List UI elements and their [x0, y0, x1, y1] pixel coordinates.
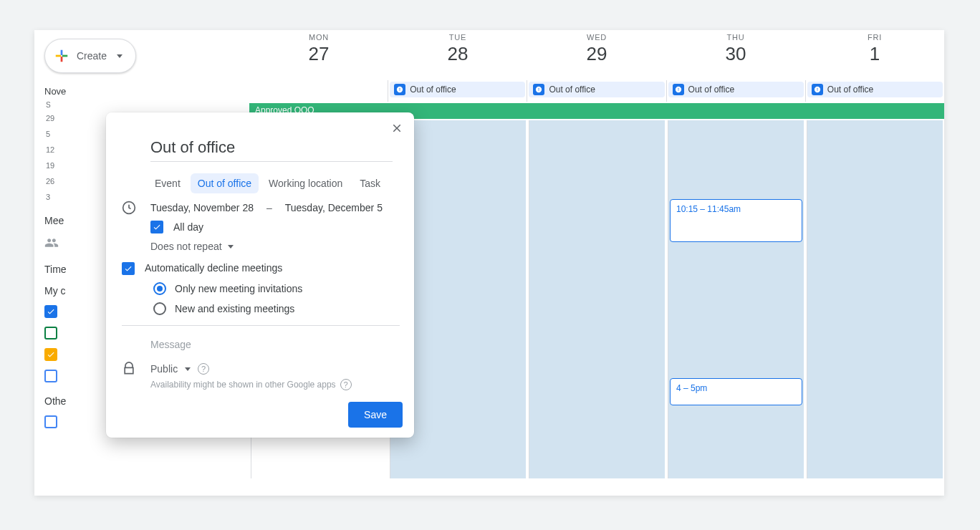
help-icon[interactable]: ? — [198, 363, 209, 375]
ooo-chip[interactable]: Out of office — [807, 82, 943, 97]
tab-task[interactable]: Task — [352, 173, 388, 193]
checkbox-icon — [44, 348, 57, 361]
ooo-badge-icon — [394, 84, 405, 95]
chevron-down-icon — [185, 367, 191, 371]
day-header-mon[interactable]: MON 27 — [249, 30, 388, 80]
ooo-badge-icon — [812, 84, 823, 95]
event-editor-modal: Out of office Event Out of office Workin… — [106, 112, 414, 438]
close-icon — [390, 122, 403, 135]
day-header-fri[interactable]: FRI 1 — [805, 30, 944, 80]
all-day-row[interactable]: All day — [150, 221, 400, 233]
message-input[interactable]: Message — [150, 336, 400, 353]
visibility-row[interactable]: Public ? — [150, 363, 400, 375]
ooo-badge-icon — [673, 84, 684, 95]
availability-hint: Availability might be shown in other Goo… — [150, 379, 400, 390]
day-headers: MON 27 TUE 28 WED 29 THU 30 FRI 1 — [249, 30, 944, 80]
tab-out-of-office[interactable]: Out of office — [191, 173, 259, 193]
allday-wed[interactable]: Out of office — [527, 80, 666, 102]
auto-decline-checkbox[interactable] — [122, 262, 135, 275]
auto-decline-label: Automatically decline meetings — [145, 262, 282, 274]
tab-working-location[interactable]: Working location — [261, 173, 350, 193]
day-header-thu[interactable]: THU 30 — [666, 30, 805, 80]
col-wed[interactable] — [529, 120, 665, 478]
tab-event[interactable]: Event — [148, 173, 188, 193]
clock-icon — [122, 201, 136, 215]
allday-fri[interactable]: Out of office — [805, 80, 944, 102]
ooo-chip[interactable]: Out of office — [390, 82, 525, 97]
calendar-app: Create Nove S 29 5 12 19 26 3 Mee Time M… — [34, 30, 944, 496]
date-row: Tuesday, November 28 – Tuesday, December… — [150, 202, 400, 213]
radio-icon — [153, 282, 166, 295]
ooo-chip[interactable]: Out of office — [668, 82, 804, 97]
day-header-tue[interactable]: TUE 28 — [388, 30, 527, 80]
chevron-down-icon — [228, 245, 234, 249]
checkbox-icon — [44, 305, 57, 318]
allday-row: Out of office Out of office Out of offic… — [249, 80, 944, 102]
allday-mon[interactable] — [249, 80, 388, 102]
ooo-chip[interactable]: Out of office — [529, 82, 664, 97]
allday-tue[interactable]: Out of office — [388, 80, 527, 102]
radio-icon — [153, 302, 166, 315]
radio-only-new[interactable]: Only new meeting invitations — [153, 282, 400, 295]
close-button[interactable] — [385, 117, 408, 140]
people-icon — [44, 236, 59, 250]
create-label: Create — [77, 50, 107, 62]
repeat-dropdown[interactable]: Does not repeat — [150, 241, 400, 252]
end-date[interactable]: Tuesday, December 5 — [285, 202, 383, 213]
mini-month-label: Nove — [44, 86, 203, 97]
col-fri[interactable] — [807, 120, 943, 478]
divider — [122, 325, 400, 326]
event-thu-afternoon[interactable]: 4 – 5pm — [670, 378, 802, 405]
day-header-wed[interactable]: WED 29 — [527, 30, 666, 80]
checkbox-icon — [44, 415, 57, 428]
checkbox-icon — [44, 327, 57, 339]
event-thu-morning[interactable]: 10:15 – 11:45am — [670, 199, 802, 242]
save-button[interactable]: Save — [348, 402, 403, 428]
all-day-label: All day — [173, 221, 203, 233]
mini-dow: S — [44, 101, 203, 109]
col-thu[interactable]: 10:15 – 11:45am 4 – 5pm — [668, 120, 804, 478]
auto-decline-row: Automatically decline meetings — [122, 262, 400, 275]
chevron-down-icon — [117, 54, 123, 58]
checkbox-icon — [44, 370, 57, 382]
create-button[interactable]: Create — [44, 39, 136, 73]
help-icon[interactable]: ? — [340, 379, 352, 390]
start-date[interactable]: Tuesday, November 28 — [150, 202, 254, 213]
allday-thu[interactable]: Out of office — [666, 80, 805, 102]
lock-icon — [122, 362, 136, 376]
radio-new-and-existing[interactable]: New and existing meetings — [153, 302, 400, 315]
all-day-checkbox[interactable] — [150, 221, 163, 233]
ooo-badge-icon — [533, 84, 544, 95]
plus-icon — [54, 48, 69, 64]
event-type-tabs: Event Out of office Working location Tas… — [148, 173, 400, 193]
modal-title[interactable]: Out of office — [150, 138, 393, 162]
